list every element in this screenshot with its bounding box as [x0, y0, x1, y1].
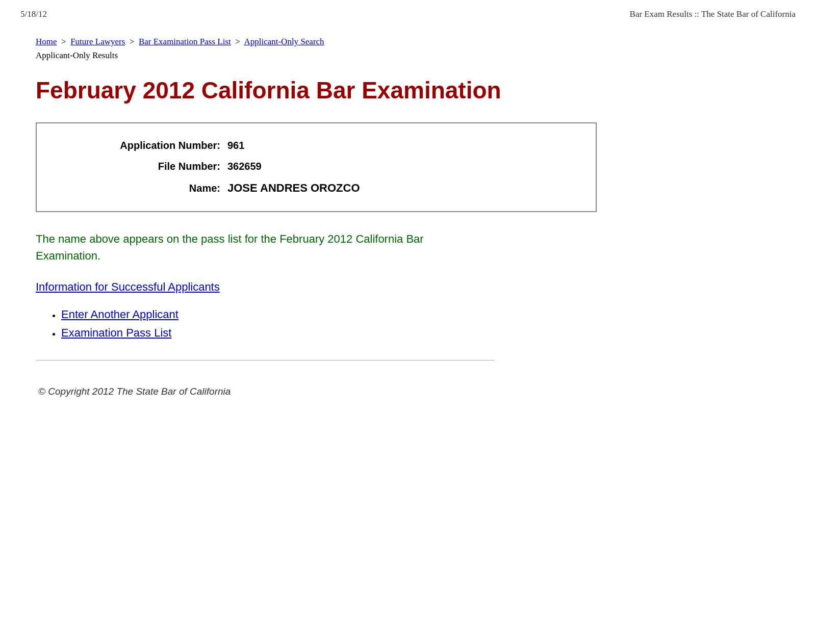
list-item: Examination Pass List: [61, 326, 780, 340]
name-value: JOSE ANDRES OROZCO: [227, 182, 360, 195]
name-label: Name:: [62, 183, 220, 194]
exam-pass-list-link[interactable]: Examination Pass List: [61, 326, 171, 339]
breadcrumb-bar-exam-list[interactable]: Bar Examination Pass List: [139, 37, 231, 46]
pass-message: The name above appears on the pass list …: [36, 230, 444, 264]
date-label: 5/18/12: [20, 9, 47, 19]
top-bar: 5/18/12 Bar Exam Results :: The State Ba…: [0, 0, 816, 24]
page-title: February 2012 California Bar Examination: [36, 76, 780, 104]
file-number-label: File Number:: [62, 161, 220, 172]
file-number-value: 362659: [227, 161, 262, 172]
app-number-value: 961: [227, 140, 244, 151]
list-item: Enter Another Applicant: [61, 308, 780, 321]
file-number-row: File Number: 362659: [62, 161, 570, 172]
app-number-row: Application Number: 961: [62, 140, 570, 151]
enter-another-applicant-link[interactable]: Enter Another Applicant: [61, 308, 178, 321]
main-content: Home > Future Lawyers > Bar Examination …: [0, 24, 816, 418]
breadcrumb-future-lawyers[interactable]: Future Lawyers: [70, 37, 125, 46]
breadcrumb-applicant-search[interactable]: Applicant-Only Search: [244, 37, 324, 46]
result-box: Application Number: 961 File Number: 362…: [36, 122, 597, 212]
breadcrumb: Home > Future Lawyers > Bar Examination …: [36, 35, 780, 62]
breadcrumb-home[interactable]: Home: [36, 37, 57, 46]
copyright: © Copyright 2012 The State Bar of Califo…: [36, 386, 780, 397]
divider: [36, 360, 495, 360]
breadcrumb-current: Applicant-Only Results: [36, 50, 118, 60]
info-link[interactable]: Information for Successful Applicants: [36, 280, 780, 294]
site-title: Bar Exam Results :: The State Bar of Cal…: [630, 9, 796, 19]
app-number-label: Application Number:: [62, 140, 220, 151]
name-row: Name: JOSE ANDRES OROZCO: [62, 182, 570, 195]
links-list: Enter Another Applicant Examination Pass…: [36, 308, 780, 340]
